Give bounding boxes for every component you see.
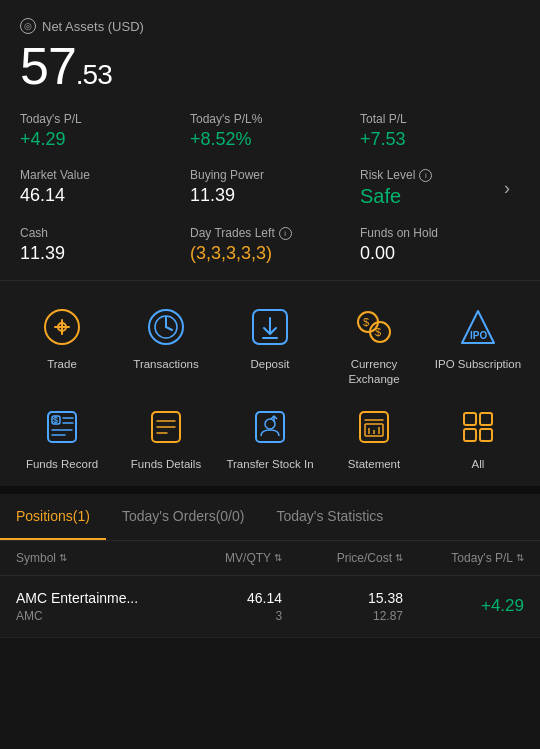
mv-col: 46.14 3 [161, 590, 282, 623]
action-currency[interactable]: $ $ Currency Exchange [322, 301, 426, 391]
svg-rect-40 [480, 429, 492, 441]
next-arrow[interactable]: › [504, 178, 510, 199]
th-today-pl[interactable]: Today's P/L ⇅ [403, 551, 524, 565]
cash-label: Cash [20, 226, 180, 240]
todays-pl-label: Today's P/L [20, 112, 180, 126]
market-value: Market Value 46.14 [20, 168, 180, 208]
tab-statistics[interactable]: Today's Statistics [260, 494, 399, 540]
tab-orders[interactable]: Today's Orders(0/0) [106, 494, 261, 540]
action-deposit[interactable]: Deposit [218, 301, 322, 376]
tabs-row: Positions(1) Today's Orders(0/0) Today's… [0, 494, 540, 540]
tab-positions[interactable]: Positions(1) [0, 494, 106, 540]
svg-rect-37 [464, 413, 476, 425]
market-value-label: Market Value [20, 168, 180, 182]
svg-rect-38 [480, 413, 492, 425]
main-value: 57.53 [20, 40, 520, 92]
market-value-value: 46.14 [20, 185, 180, 206]
quick-actions: Trade Transactions [0, 280, 540, 486]
header-section: ◎ Net Assets (USD) 57.53 Today's P/L +4.… [0, 0, 540, 280]
todays-pl-pct-value: +8.52% [190, 129, 350, 150]
buying-power-value: 11.39 [190, 185, 350, 206]
table-row[interactable]: AMC Entertainme... AMC 46.14 3 15.38 12.… [0, 576, 540, 638]
cash: Cash 11.39 [20, 226, 180, 264]
actions-row-1: Trade Transactions [0, 301, 540, 391]
sort-pnl-icon: ⇅ [516, 552, 524, 563]
all-icon [456, 405, 500, 449]
pnl-col: +4.29 [403, 596, 524, 616]
table-header: Symbol ⇅ MV/QTY ⇅ Price/Cost ⇅ Today's P… [0, 541, 540, 576]
price-value: 15.38 [282, 590, 403, 606]
action-transactions[interactable]: Transactions [114, 301, 218, 376]
action-funds-details[interactable]: Funds Details [114, 401, 218, 476]
actions-row-2: $ Funds Record Funds Details [0, 391, 540, 476]
day-trades-value: (3,3,3,3,3) [190, 243, 350, 264]
pnl-value: +4.29 [403, 596, 524, 616]
ipo-label: IPO Subscription [435, 357, 521, 372]
svg-line-7 [166, 327, 172, 330]
deposit-icon [248, 305, 292, 349]
th-symbol[interactable]: Symbol ⇅ [16, 551, 161, 565]
svg-text:$: $ [53, 415, 58, 425]
svg-text:$: $ [375, 326, 381, 338]
day-trades-info-icon[interactable]: i [279, 227, 292, 240]
transactions-icon [144, 305, 188, 349]
action-transfer-stock[interactable]: Transfer Stock In [218, 401, 322, 476]
risk-level-label: Risk Level i [360, 168, 520, 182]
action-trade[interactable]: Trade [10, 301, 114, 376]
sort-mv-icon: ⇅ [274, 552, 282, 563]
todays-pl: Today's P/L +4.29 [20, 112, 180, 150]
currency-label: Currency Exchange [348, 357, 399, 387]
symbol-ticker: AMC [16, 609, 161, 623]
statement-label: Statement [348, 457, 400, 472]
funds-record-icon: $ [40, 405, 84, 449]
funds-on-hold-value: 0.00 [360, 243, 520, 264]
eye-icon: ◎ [20, 18, 36, 34]
all-label: All [472, 457, 485, 472]
mv-value: 46.14 [161, 590, 282, 606]
day-trades: Day Trades Left i (3,3,3,3,3) [190, 226, 350, 264]
trade-label: Trade [47, 357, 77, 372]
deposit-label: Deposit [251, 357, 290, 372]
funds-on-hold-label: Funds on Hold [360, 226, 520, 240]
symbol-name: AMC Entertainme... [16, 590, 161, 606]
th-price-cost[interactable]: Price/Cost ⇅ [282, 551, 403, 565]
transfer-stock-label: Transfer Stock In [226, 457, 313, 472]
th-mv-qty[interactable]: MV/QTY ⇅ [161, 551, 282, 565]
action-ipo[interactable]: IPO IPO Subscription [426, 301, 530, 376]
todays-pl-value: +4.29 [20, 129, 180, 150]
funds-record-label: Funds Record [26, 457, 98, 472]
stats-section: Today's P/L +4.29 Today's P/L% +8.52% To… [20, 112, 520, 264]
total-pl-label: Total P/L [360, 112, 520, 126]
qty-value: 3 [161, 609, 282, 623]
funds-details-label: Funds Details [131, 457, 201, 472]
svg-rect-39 [464, 429, 476, 441]
action-funds-record[interactable]: $ Funds Record [10, 401, 114, 476]
action-statement[interactable]: Statement [322, 401, 426, 476]
risk-level: Risk Level i Safe › [360, 168, 520, 208]
day-trades-label: Day Trades Left i [190, 226, 350, 240]
todays-pl-pct: Today's P/L% +8.52% [190, 112, 350, 150]
currency-icon: $ $ [352, 305, 396, 349]
ipo-icon: IPO [456, 305, 500, 349]
buying-power-label: Buying Power [190, 168, 350, 182]
cost-value: 12.87 [282, 609, 403, 623]
total-pl: Total P/L +7.53 [360, 112, 520, 150]
price-col: 15.38 12.87 [282, 590, 403, 623]
total-pl-value: +7.53 [360, 129, 520, 150]
stats-grid: Today's P/L +4.29 Today's P/L% +8.52% To… [20, 112, 520, 264]
svg-rect-28 [256, 412, 284, 442]
cash-value: 11.39 [20, 243, 180, 264]
risk-info-icon[interactable]: i [419, 169, 432, 182]
todays-pl-pct-label: Today's P/L% [190, 112, 350, 126]
statement-icon [352, 405, 396, 449]
risk-level-value: Safe [360, 185, 520, 208]
sort-price-icon: ⇅ [395, 552, 403, 563]
symbol-col: AMC Entertainme... AMC [16, 590, 161, 623]
transactions-label: Transactions [133, 357, 198, 372]
svg-rect-31 [360, 412, 388, 442]
svg-text:$: $ [363, 316, 369, 328]
action-all[interactable]: All [426, 401, 530, 476]
sort-symbol-icon: ⇅ [59, 552, 67, 563]
trade-icon [40, 305, 84, 349]
buying-power: Buying Power 11.39 [190, 168, 350, 208]
